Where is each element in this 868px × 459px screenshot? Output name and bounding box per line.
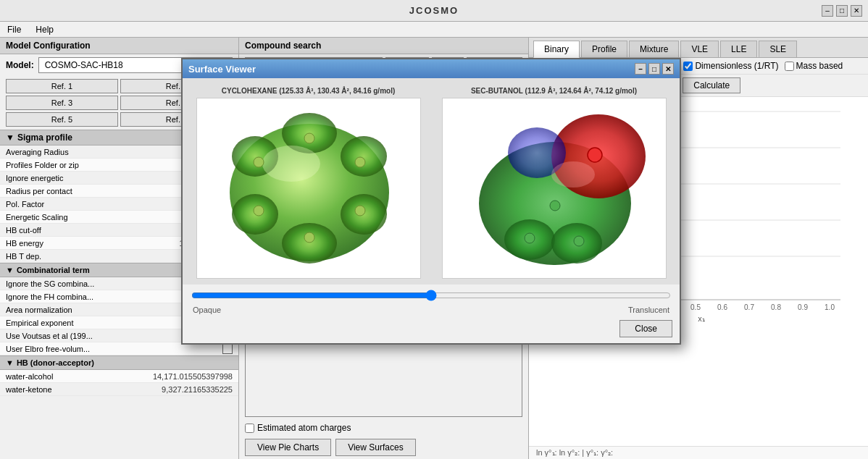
param-name: HB energy (6, 239, 175, 248)
tab-lle[interactable]: LLE (720, 41, 757, 57)
param-name: User Elbro free-volum... (6, 345, 222, 353)
mol2-name: SEC-BUTANOL (112.9 Å³, 124.64 Å², 74.12 … (471, 87, 637, 95)
mass-based-label: Mass based (796, 61, 843, 71)
tab-vle[interactable]: VLE (680, 41, 719, 57)
mol1-canvas (196, 98, 421, 279)
opacity-slider[interactable] (191, 289, 671, 302)
view-pie-charts-button[interactable]: View Pie Charts (245, 439, 331, 456)
chart-bottom-info: ln γ°₁: ln γ°₂: | γ°₁: γ°₂: (529, 446, 868, 459)
menu-bar: File Help (0, 22, 868, 38)
svg-point-24 (282, 223, 337, 264)
title-bar: JCOSMO – □ ✕ (0, 0, 868, 22)
param-water-alcohol: water-alcohol 14,171.015505397998 (0, 370, 238, 383)
svg-point-43 (574, 236, 584, 246)
svg-point-27 (262, 146, 320, 182)
mass-based-option[interactable]: Mass based (785, 61, 843, 71)
window-controls: – □ ✕ (822, 5, 862, 17)
svg-point-28 (304, 133, 314, 143)
surface-viewer-title: Surface Viewer (188, 64, 256, 75)
mol2-svg (443, 98, 667, 279)
surface-viewer: Surface Viewer – □ ✕ CYCLOHEXANE (125.33… (181, 58, 681, 345)
ref-1-button[interactable]: Ref. 1 (6, 79, 118, 93)
sigma-collapse-icon[interactable]: ▼ (6, 132, 14, 143)
model-config-header: Model Configuration (0, 38, 238, 54)
tab-sle[interactable]: SLE (759, 41, 797, 57)
sv-minimize[interactable]: – (635, 63, 646, 75)
sv-close-x[interactable]: ✕ (662, 63, 674, 75)
hb-header: ▼ HB (donor-acceptor) (0, 355, 238, 370)
model-label: Model: (6, 60, 34, 70)
mass-based-checkbox[interactable] (785, 62, 794, 71)
svg-text:1.0: 1.0 (825, 303, 835, 311)
param-name: Energetic Scaling (6, 213, 175, 222)
mol2-title: SEC-BUTANOL (112.9 Å³, 124.64 Å², 74.12 … (468, 84, 640, 98)
sv-close-button[interactable]: Close (619, 320, 672, 337)
tab-profile[interactable]: Profile (581, 41, 627, 57)
svg-point-29 (355, 157, 365, 167)
svg-point-32 (254, 206, 264, 216)
param-name: HB cut-off (6, 226, 175, 235)
svg-point-42 (525, 233, 535, 243)
param-value: 14,171.015505397998 (153, 372, 233, 381)
param-value: 9,327.21165335225 (162, 385, 233, 394)
slider-labels: Opaque Translucent (191, 304, 671, 314)
translucent-label: Translucent (628, 306, 669, 314)
param-name: Profiles Folder or zip (6, 161, 175, 169)
sigma-profile-label: Sigma profile (17, 132, 72, 143)
svg-text:x₁: x₁ (698, 314, 705, 323)
svg-text:0.9: 0.9 (798, 303, 808, 311)
sv-bottom-row: Close (183, 316, 680, 343)
sv-window-controls: – □ ✕ (635, 63, 674, 75)
close-button[interactable]: ✕ (851, 5, 862, 17)
param-name: Averaging Radius (6, 148, 175, 156)
dimensionless-checkbox[interactable] (683, 62, 693, 71)
hb-label: HB (donor-acceptor) (17, 358, 94, 367)
menu-help[interactable]: Help (33, 23, 57, 36)
mol1-svg (197, 98, 421, 279)
param-name: water-ketone (6, 385, 162, 394)
mol1-title: CYCLOHEXANE (125.33 Å³, 130.43 Å², 84.16… (219, 84, 398, 98)
gamma-info: ln γ°₁: ln γ°₂: | γ°₁: γ°₂: (536, 448, 613, 458)
svg-text:0.6: 0.6 (717, 303, 727, 311)
surface-viewer-titlebar: Surface Viewer – □ ✕ (183, 59, 680, 78)
svg-point-33 (254, 157, 264, 167)
app-title: JCOSMO (409, 5, 459, 16)
ref-5-button[interactable]: Ref. 5 (6, 112, 118, 127)
view-surfaces-button[interactable]: View Surfaces (335, 439, 415, 456)
param-name: Pol. Factor (6, 200, 175, 209)
molecules-row: CYCLOHEXANE (125.33 Å³, 130.43 Å², 84.16… (183, 78, 680, 285)
tab-binary[interactable]: Binary (533, 41, 580, 58)
sv-slider-container: Opaque Translucent (183, 285, 680, 316)
calculate-button[interactable]: Calculate (683, 77, 740, 93)
hb-collapse-icon[interactable]: ▼ (6, 358, 14, 367)
ref-3-button[interactable]: Ref. 3 (6, 96, 118, 110)
mol1-name: CYCLOHEXANE (125.33 Å³, 130.43 Å², 84.16… (222, 87, 396, 95)
svg-point-40 (588, 148, 602, 162)
svg-point-39 (551, 161, 595, 188)
comb-label: Combinatorial term (17, 266, 90, 274)
estimated-atom-charges-checkbox[interactable] (245, 424, 254, 433)
mol2-canvas (442, 98, 667, 279)
user-elbro-checkbox[interactable] (222, 344, 233, 354)
param-name: HB T dep. (6, 252, 175, 261)
menu-file[interactable]: File (4, 23, 24, 36)
svg-text:0.5: 0.5 (690, 303, 701, 311)
param-name: water-alcohol (6, 372, 153, 381)
comb-collapse-icon[interactable]: ▼ (6, 266, 14, 274)
param-name: Radius per contact (6, 187, 175, 195)
compound-search-header: Compound search (239, 38, 528, 54)
sv-restore[interactable]: □ (648, 63, 660, 75)
param-water-ketone: water-ketone 9,327.21165335225 (0, 383, 238, 396)
dimensionless-label: Dimensionless (1/RT) (695, 61, 778, 71)
svg-point-30 (355, 206, 365, 216)
param-name: Area normalization (6, 306, 175, 314)
svg-point-41 (550, 201, 560, 211)
dimensionless-option[interactable]: Dimensionless (1/RT) (683, 61, 778, 71)
bottom-buttons-row: View Pie Charts View Surfaces (239, 436, 528, 459)
restore-button[interactable]: □ (836, 5, 848, 17)
minimize-button[interactable]: – (822, 5, 833, 17)
svg-text:0.8: 0.8 (771, 303, 781, 311)
tabs-row: Binary Profile Mixture VLE LLE SLE (529, 38, 868, 58)
tab-mixture[interactable]: Mixture (629, 41, 679, 57)
param-name: Empirical exponent (6, 319, 175, 327)
